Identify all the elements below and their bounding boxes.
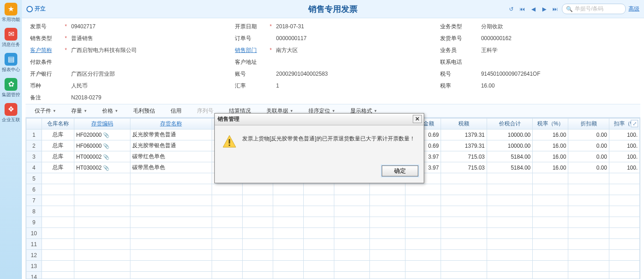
cell[interactable]: 16.00 <box>533 162 568 173</box>
cell[interactable] <box>212 228 242 239</box>
cell[interactable] <box>568 206 609 217</box>
cell[interactable] <box>273 195 303 206</box>
cell[interactable]: 9 <box>26 217 42 228</box>
table-row-empty[interactable]: 9 <box>26 217 640 228</box>
table-row-empty[interactable]: 14 <box>26 272 640 279</box>
cell[interactable] <box>74 261 130 272</box>
cell[interactable] <box>609 184 639 195</box>
cell[interactable] <box>130 228 212 239</box>
cell[interactable] <box>405 206 441 217</box>
form-value[interactable]: 0000000117 <box>276 35 306 41</box>
cell[interactable] <box>42 272 74 279</box>
cell[interactable] <box>568 184 609 195</box>
table-row-empty[interactable]: 12 <box>26 250 640 261</box>
cell[interactable] <box>568 173 609 184</box>
cell[interactable] <box>533 195 568 206</box>
cell[interactable]: 总库 <box>42 140 74 151</box>
cell[interactable] <box>533 272 568 279</box>
cell[interactable] <box>273 184 303 195</box>
cell[interactable] <box>369 184 405 195</box>
cell[interactable] <box>568 195 609 206</box>
toolbar-btn-2[interactable]: 价格 <box>98 106 122 116</box>
form-value[interactable]: 0000000162 <box>481 35 512 41</box>
cell[interactable] <box>533 217 568 228</box>
form-value[interactable]: 广西启智电力科技有限公司 <box>71 46 137 54</box>
cell[interactable] <box>273 272 303 279</box>
cell[interactable] <box>487 228 533 239</box>
cell[interactable]: 碳带黑色单色 <box>130 162 212 173</box>
cell[interactable] <box>533 261 568 272</box>
toolbar-btn-4[interactable]: 信用 <box>166 106 186 116</box>
cell[interactable] <box>609 195 639 206</box>
cell[interactable] <box>334 195 369 206</box>
form-value[interactable]: 09402717 <box>71 23 95 30</box>
cell[interactable] <box>303 261 334 272</box>
cell[interactable]: 1 <box>26 129 42 140</box>
cell[interactable] <box>242 228 273 239</box>
col-header[interactable]: 存货编码 <box>74 119 130 129</box>
sidebar-item-2[interactable]: ▤报表中心 <box>0 50 22 75</box>
cell[interactable] <box>609 228 639 239</box>
form-value[interactable]: 1 <box>276 83 279 89</box>
form-value[interactable]: N2018-0279 <box>71 94 101 101</box>
cell[interactable] <box>487 195 533 206</box>
table-row-empty[interactable]: 13 <box>26 261 640 272</box>
cell[interactable] <box>42 228 74 239</box>
cell[interactable] <box>609 261 639 272</box>
cell[interactable]: 16.00 <box>533 140 568 151</box>
cell[interactable] <box>42 217 74 228</box>
cell[interactable] <box>441 239 487 250</box>
cell[interactable] <box>42 195 74 206</box>
cell[interactable] <box>609 206 639 217</box>
cell[interactable] <box>74 250 130 261</box>
cell[interactable] <box>303 217 334 228</box>
cell[interactable] <box>212 261 242 272</box>
cell[interactable]: 1379.31 <box>441 140 487 151</box>
search-input[interactable]: 🔍 单据号/条码 <box>562 4 626 14</box>
col-header[interactable]: 折扣额 <box>568 119 609 129</box>
cell[interactable] <box>334 261 369 272</box>
cell[interactable] <box>74 206 130 217</box>
cell[interactable] <box>273 250 303 261</box>
col-header[interactable]: 仓库名称 <box>42 119 74 129</box>
cell[interactable] <box>441 261 487 272</box>
cell[interactable]: 8 <box>26 206 42 217</box>
cell[interactable] <box>487 206 533 217</box>
cell[interactable] <box>405 239 441 250</box>
cell[interactable] <box>74 195 130 206</box>
cell[interactable] <box>568 261 609 272</box>
cell[interactable] <box>609 217 639 228</box>
cell[interactable] <box>334 272 369 279</box>
cell[interactable] <box>303 184 334 195</box>
cell[interactable] <box>405 184 441 195</box>
toolbar-btn-3[interactable]: 毛利预估 <box>129 106 160 116</box>
cell[interactable]: 715.03 <box>441 151 487 162</box>
cell[interactable] <box>334 250 369 261</box>
cell[interactable] <box>242 195 273 206</box>
form-value[interactable]: 广西区分行营业部 <box>71 70 115 78</box>
cell[interactable]: 100. <box>609 151 639 162</box>
sidebar-item-0[interactable]: ★常用功能 <box>0 0 22 25</box>
cell[interactable] <box>242 239 273 250</box>
cell[interactable]: 0.00 <box>568 140 609 151</box>
cell[interactable] <box>130 217 212 228</box>
cell[interactable] <box>130 261 212 272</box>
cell[interactable] <box>441 195 487 206</box>
cell[interactable] <box>130 250 212 261</box>
form-value[interactable]: 16.00 <box>481 83 495 89</box>
cell[interactable] <box>74 217 130 228</box>
refresh-icon[interactable]: ↺ <box>507 5 515 13</box>
cell[interactable]: 14 <box>26 272 42 279</box>
sidebar-item-1[interactable]: ✉消息任务 <box>0 25 22 50</box>
cell[interactable] <box>303 250 334 261</box>
cell[interactable] <box>487 184 533 195</box>
cell[interactable] <box>487 250 533 261</box>
cell[interactable] <box>303 206 334 217</box>
cell[interactable]: 10000.00 <box>487 140 533 151</box>
cell[interactable]: 100. <box>609 140 639 151</box>
form-value[interactable]: 南方大区 <box>276 46 298 54</box>
cell[interactable] <box>609 239 639 250</box>
cell[interactable] <box>303 195 334 206</box>
cell[interactable] <box>74 272 130 279</box>
form-label[interactable]: 销售部门 <box>235 46 267 54</box>
